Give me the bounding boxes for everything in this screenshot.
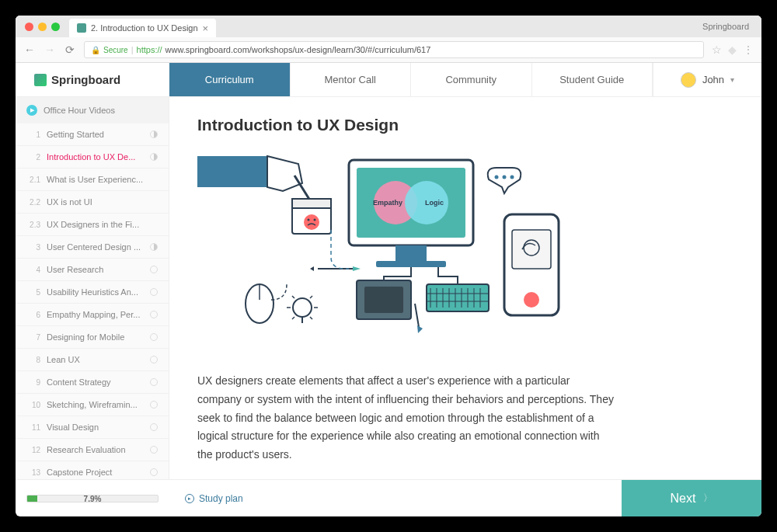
nav-tabs: Curriculum Mentor Call Community Student… — [169, 63, 653, 96]
sidebar-item-label: Usability Heuristics An... — [47, 287, 144, 297]
browser-tab[interactable]: 2. Introduction to UX Design × — [69, 19, 216, 37]
tab-title: 2. Introduction to UX Design — [91, 23, 198, 33]
sidebar-item-number: 1 — [26, 130, 40, 139]
progress-cell: 7.9% — [16, 495, 169, 502]
sidebar-item[interactable]: 13Capstone Project — [16, 461, 169, 479]
sidebar-item[interactable]: 12Research Evaluation — [16, 439, 169, 461]
user-menu[interactable]: John ▾ — [653, 63, 761, 96]
sidebar-item-label: UX Designers in the Fi... — [47, 220, 158, 229]
sidebar-item[interactable]: 6Empathy Mapping, Per... — [16, 304, 169, 326]
sidebar-item[interactable]: 4User Research — [16, 259, 169, 281]
status-icon — [150, 288, 158, 296]
sidebar-item-number: 13 — [26, 468, 40, 477]
sidebar-item-label: Lean UX — [47, 355, 144, 364]
svg-rect-19 — [512, 230, 551, 269]
sidebar-item-label: User Research — [47, 265, 144, 274]
svg-point-17 — [510, 176, 514, 179]
status-icon — [150, 311, 158, 318]
forward-icon[interactable]: → — [44, 43, 56, 56]
sidebar-item-label: Getting Started — [47, 130, 144, 139]
status-icon — [150, 266, 158, 273]
lesson-body: UX designers create elements that affect… — [197, 372, 617, 464]
sidebar-item-number: 2.1 — [26, 176, 40, 184]
sidebar-item-number: 4 — [26, 266, 40, 274]
logo-cell: Springboard — [16, 63, 169, 96]
sidebar-item[interactable]: 2.2UX is not UI — [16, 191, 169, 214]
chevron-down-icon: ▾ — [730, 75, 734, 84]
svg-line-47 — [292, 317, 294, 319]
reload-icon[interactable]: ⟳ — [64, 43, 76, 56]
sidebar-item[interactable]: 2.3UX Designers in the Fi... — [16, 214, 169, 236]
sidebar-header-label: Office Hour Videos — [44, 106, 115, 115]
logo[interactable]: Springboard — [34, 73, 120, 86]
sidebar-item-label: Capstone Project — [47, 468, 144, 477]
svg-line-45 — [292, 296, 294, 298]
svg-rect-0 — [197, 156, 267, 187]
logo-text: Springboard — [51, 73, 120, 86]
star-icon[interactable]: ☆ — [712, 43, 722, 56]
secure-label: Secure — [103, 46, 128, 54]
sidebar-item[interactable]: 7Designing for Mobile — [16, 326, 169, 349]
svg-text:Empathy: Empathy — [373, 199, 402, 207]
sidebar-item-number: 2.3 — [26, 221, 40, 229]
extension-icon[interactable]: ◆ — [728, 43, 737, 56]
svg-line-46 — [310, 296, 312, 298]
minimize-window-icon[interactable] — [38, 23, 47, 31]
sidebar-item-number: 6 — [26, 311, 40, 319]
sidebar-item-number: 8 — [26, 356, 40, 364]
user-name: John — [702, 74, 724, 85]
url-protocol: https:// — [137, 45, 162, 54]
tab-curriculum[interactable]: Curriculum — [169, 63, 291, 96]
svg-marker-37 — [417, 325, 423, 333]
content: Introduction to UX Design E — [169, 97, 761, 479]
tab-close-icon[interactable]: × — [203, 23, 209, 34]
study-plan-link[interactable]: ▸ Study plan — [169, 493, 259, 504]
sidebar-item-number: 11 — [26, 423, 40, 432]
sidebar-item[interactable]: 10Sketching, Wireframin... — [16, 394, 169, 416]
footer: 7.9% ▸ Study plan Next 〉 — [16, 479, 761, 516]
next-label: Next — [671, 492, 696, 506]
sidebar-item-number: 12 — [26, 446, 40, 454]
svg-point-5 — [308, 219, 310, 221]
app: Springboard Curriculum Mentor Call Commu… — [16, 63, 761, 516]
status-icon — [150, 423, 158, 431]
play-icon: ▶ — [26, 105, 37, 116]
progress-bar: 7.9% — [26, 495, 159, 502]
svg-rect-9 — [395, 245, 427, 261]
sidebar-item-number: 2.2 — [26, 198, 40, 207]
tab-mentor-call[interactable]: Mentor Call — [291, 63, 412, 96]
sidebar-item-number: 10 — [26, 401, 40, 409]
close-window-icon[interactable] — [25, 23, 33, 31]
sidebar-item-label: Empathy Mapping, Per... — [47, 310, 144, 319]
status-icon — [150, 401, 158, 409]
sidebar-item[interactable]: 8Lean UX — [16, 349, 169, 371]
sidebar-item[interactable]: 11Visual Design — [16, 416, 169, 439]
sidebar-item[interactable]: 9Content Strategy — [16, 371, 169, 394]
status-icon — [150, 356, 158, 363]
svg-point-41 — [293, 298, 312, 317]
page-title: Introduction to UX Design — [197, 116, 733, 134]
sidebar-item[interactable]: 5Usability Heuristics An... — [16, 281, 169, 304]
sidebar-item[interactable]: 2.1What is User Experienc... — [16, 169, 169, 191]
svg-point-4 — [304, 214, 319, 230]
hero-illustration: Empathy Logic — [197, 148, 570, 350]
sidebar-item-number: 3 — [26, 243, 40, 252]
sidebar-item[interactable]: 3User Centered Design ... — [16, 236, 169, 259]
tab-student-guide[interactable]: Student Guide — [532, 63, 653, 96]
sidebar-item-label: Designing for Mobile — [47, 332, 144, 342]
sidebar-header[interactable]: ▶ Office Hour Videos — [16, 97, 169, 123]
sidebar-item[interactable]: 1Getting Started — [16, 123, 169, 146]
browser-window: 2. Introduction to UX Design × Springboa… — [16, 16, 761, 516]
svg-line-48 — [310, 317, 312, 319]
sidebar-item[interactable]: 2Introduction to UX De... — [16, 146, 169, 169]
next-button[interactable]: Next 〉 — [622, 480, 761, 517]
menu-icon[interactable]: ⋮ — [743, 43, 754, 56]
chevron-right-icon: 〉 — [703, 492, 713, 505]
maximize-window-icon[interactable] — [51, 23, 60, 31]
sidebar-item-label: Introduction to UX De... — [47, 152, 144, 162]
tab-community[interactable]: Community — [411, 63, 532, 96]
svg-marker-40 — [353, 266, 361, 271]
back-icon[interactable]: ← — [23, 43, 36, 56]
url-input[interactable]: 🔒 Secure | https://www.springboard.com/w… — [84, 41, 704, 58]
svg-point-15 — [495, 176, 499, 179]
